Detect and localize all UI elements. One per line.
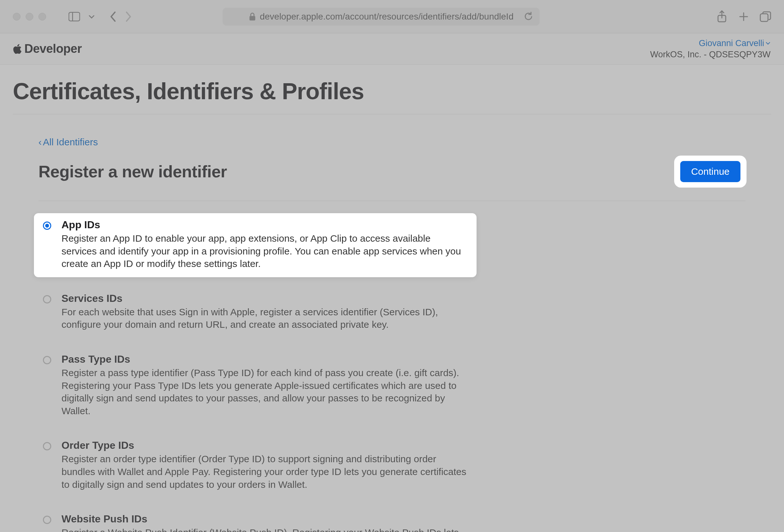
option-body: Order Type IDsRegister an order type ide… — [61, 440, 736, 491]
content-wrapper: ‹ All Identifiers Register a new identif… — [13, 114, 771, 532]
option-description: Register an order type identifier (Order… — [61, 453, 471, 491]
developer-brand-text: Developer — [24, 42, 82, 56]
identifier-option[interactable]: Order Type IDsRegister an order type ide… — [38, 434, 746, 498]
section-header: Register a new identifier Continue — [38, 148, 746, 201]
developer-logo[interactable]: Developer — [12, 42, 82, 56]
continue-button[interactable]: Continue — [680, 161, 740, 182]
apple-logo-icon — [12, 43, 22, 55]
identifier-option[interactable]: Pass Type IDsRegister a pass type identi… — [38, 348, 746, 424]
identifier-options-list: App IDsRegister an App ID to enable your… — [38, 201, 746, 532]
option-description: Register a Website Push Identifier (Webs… — [61, 526, 471, 532]
account-name-text: Giovanni Carvelli — [699, 38, 764, 48]
window-close-button[interactable] — [13, 13, 21, 21]
account-info: Giovanni Carvelli WorkOS, Inc. - QDSESQP… — [650, 38, 771, 60]
developer-header: Developer Giovanni Carvelli WorkOS, Inc.… — [0, 33, 784, 65]
option-title: Website Push IDs — [61, 513, 736, 525]
option-description: For each website that uses Sign in with … — [61, 306, 471, 331]
option-title: App IDs — [61, 219, 468, 231]
window-minimize-button[interactable] — [26, 13, 33, 21]
svg-rect-7 — [760, 14, 768, 22]
lock-icon — [249, 12, 256, 21]
continue-highlight: Continue — [675, 156, 746, 187]
identifier-option[interactable]: Services IDsFor each website that uses S… — [38, 287, 746, 338]
tabs-icon[interactable] — [760, 11, 771, 22]
option-description: Register an App ID to enable your app, a… — [61, 232, 468, 270]
option-description: Register a pass type identifier (Pass Ty… — [61, 366, 471, 417]
chevron-down-icon — [765, 41, 771, 45]
breadcrumb-text: All Identifiers — [43, 137, 98, 148]
radio-button[interactable] — [43, 221, 51, 230]
svg-rect-0 — [69, 12, 80, 21]
chevron-left-icon: ‹ — [38, 137, 41, 148]
url-bar[interactable]: developer.apple.com/account/resources/id… — [223, 8, 540, 26]
option-title: Order Type IDs — [61, 440, 736, 451]
window-controls — [13, 13, 46, 21]
radio-button[interactable] — [43, 295, 51, 303]
option-body: Pass Type IDsRegister a pass type identi… — [61, 353, 736, 417]
radio-button[interactable] — [43, 442, 51, 450]
breadcrumb-back-link[interactable]: ‹ All Identifiers — [38, 137, 746, 148]
section-title: Register a new identifier — [38, 162, 227, 181]
account-name-dropdown[interactable]: Giovanni Carvelli — [650, 38, 771, 48]
svg-rect-2 — [250, 16, 255, 21]
option-body: Services IDsFor each website that uses S… — [61, 293, 736, 331]
sidebar-toggle-group — [68, 11, 97, 22]
sidebar-icon[interactable] — [68, 11, 80, 22]
radio-button[interactable] — [43, 356, 51, 364]
page-title: Certificates, Identifiers & Profiles — [13, 65, 771, 114]
new-tab-icon[interactable] — [738, 11, 749, 22]
option-title: Services IDs — [61, 293, 736, 304]
account-org-text: WorkOS, Inc. - QDSESQPY3W — [650, 50, 771, 60]
main-content: Certificates, Identifiers & Profiles ‹ A… — [0, 65, 784, 532]
option-body: App IDsRegister an App ID to enable your… — [61, 219, 468, 270]
radio-button[interactable] — [43, 516, 51, 524]
window-maximize-button[interactable] — [38, 13, 46, 21]
back-button[interactable] — [107, 11, 118, 22]
option-title: Pass Type IDs — [61, 353, 736, 365]
url-text: developer.apple.com/account/resources/id… — [260, 11, 513, 22]
share-icon[interactable] — [716, 11, 728, 22]
option-body: Website Push IDsRegister a Website Push … — [61, 513, 736, 532]
chevron-down-icon[interactable] — [86, 11, 97, 22]
identifier-option[interactable]: App IDsRegister an App ID to enable your… — [34, 213, 477, 277]
forward-button[interactable] — [123, 11, 135, 22]
identifier-option[interactable]: Website Push IDsRegister a Website Push … — [38, 507, 746, 532]
right-toolbar — [716, 11, 771, 22]
reload-icon[interactable] — [524, 12, 533, 22]
browser-chrome: developer.apple.com/account/resources/id… — [0, 0, 784, 33]
nav-arrows — [107, 11, 135, 22]
